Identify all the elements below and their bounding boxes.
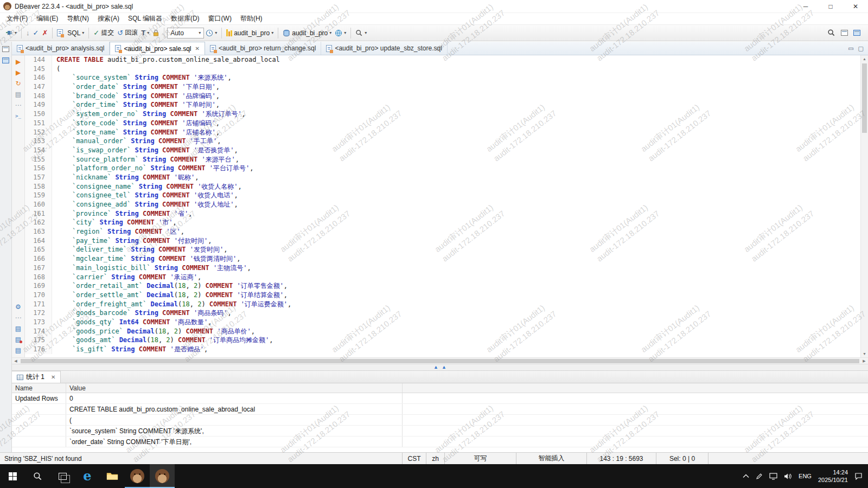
toolbar-search-button[interactable]: ▾ [354, 28, 368, 38]
code-line[interactable]: 171 `order_freight_amt` Decimal(18, 2) C… [25, 300, 860, 309]
sync-check-icon[interactable]: ✓ [31, 28, 41, 37]
code-line[interactable]: 145( [25, 65, 860, 74]
menu-item[interactable]: 搜索(A) [93, 13, 124, 24]
sql-editor-button[interactable]: SQL ▾ [55, 28, 86, 38]
sash-up-icon[interactable]: ▲ [442, 365, 446, 370]
new-connection-button[interactable]: ▾ [3, 28, 18, 38]
code-line[interactable]: 150 `system_order_no` String COMMENT '系统… [25, 110, 860, 119]
result-row[interactable]: `order_date` String COMMENT '下单日期', [12, 436, 868, 447]
restore-panel-icon[interactable] [2, 46, 9, 52]
doc-edit-icon[interactable]: ▤ [15, 347, 21, 354]
doc-alert-icon[interactable]: ▤ [15, 336, 21, 343]
code-line[interactable]: 147 `order_date` String COMMENT '下单日期', [25, 82, 860, 92]
code-line[interactable]: 149 `order_time` String COMMENT '下单时间', [25, 100, 860, 110]
menu-item[interactable]: 窗口(W) [204, 13, 236, 24]
column-header-name[interactable]: Name [12, 383, 66, 393]
code-line[interactable]: 176 `is_gift` String COMMENT '是否赠品', [25, 345, 860, 354]
code-line[interactable]: 172 `goods_barcode` String COMMENT '商品条码… [25, 309, 860, 318]
code-line[interactable]: 175 `goods_amt` Decimal(18, 2) COMMENT '… [25, 336, 860, 345]
re-execute-icon[interactable]: ↻ [15, 80, 21, 87]
commit-button[interactable]: ✓ 提交 [92, 27, 116, 38]
code-line[interactable]: 174 `goods_price` Decimal(18, 2) COMMENT… [25, 327, 860, 336]
result-row[interactable]: `source_system` String COMMENT '来源系统', [12, 426, 868, 436]
code-line[interactable]: 156 `platform_order_no` String COMMENT '… [25, 164, 860, 173]
perspective-icon[interactable] [853, 30, 860, 36]
dbeaver-taskbar-button[interactable] [125, 464, 150, 488]
language-indicator[interactable]: ENG [799, 473, 812, 479]
edge-button[interactable]: e [75, 464, 100, 488]
transaction-mode-button[interactable]: T ▾ [139, 28, 151, 37]
code-line[interactable]: 167 `main_logistic_bill` String COMMENT … [25, 264, 860, 273]
code-line[interactable]: 170 `order_settle_amt` Decimal(18, 2) CO… [25, 291, 860, 300]
code-line[interactable]: 155 `source_platform` String COMMENT '来源… [25, 155, 860, 164]
code-line[interactable]: 169 `order_retail_amt` Decimal(18, 2) CO… [25, 281, 860, 291]
cancel-x-icon[interactable]: ✗ [40, 28, 49, 37]
code-line[interactable]: 157 `nickname` String COMMENT '昵称', [25, 173, 860, 182]
schema-selector[interactable]: audit_bi_pro ▾ [281, 28, 333, 38]
action-center-button[interactable] [854, 472, 863, 480]
taskbar-clock[interactable]: 14:24 2025/10/21 [818, 468, 848, 484]
output-doc-icon[interactable]: ▤ [15, 325, 21, 332]
menu-item[interactable]: SQL 编辑器 [124, 13, 167, 24]
result-row[interactable]: ( [12, 415, 868, 426]
code-line[interactable]: 163 `region` String COMMENT '区', [25, 227, 860, 236]
fetch-arrow-icon[interactable]: ↓ [24, 28, 31, 37]
lock-button[interactable] [151, 28, 161, 37]
tray-network-button[interactable] [769, 473, 777, 480]
tray-pen-button[interactable] [756, 473, 763, 480]
editor-tab[interactable]: <audit_bi_pro> sale.sql✕ [110, 42, 205, 55]
sash-up-icon[interactable]: ▲ [433, 365, 438, 370]
code-line[interactable]: 144CREATE TABLE audit_bi_pro.custom_onli… [25, 55, 860, 65]
menu-item[interactable]: 帮助(H) [236, 13, 267, 24]
scroll-up-icon[interactable]: ▲ [861, 55, 868, 62]
start-button[interactable] [0, 464, 25, 488]
vscroll-thumb[interactable] [862, 63, 867, 133]
hscroll-thumb[interactable] [21, 359, 859, 363]
code-line[interactable]: 160 `consignee_add` String COMMENT '收货人地… [25, 200, 860, 209]
maximize-button[interactable]: □ [818, 0, 843, 12]
horizontal-scrollbar[interactable]: ◀ ▶ [12, 357, 868, 364]
menu-item[interactable]: 数据库(D) [167, 13, 204, 24]
explain-plan-icon[interactable]: ▤ [15, 91, 21, 98]
code-line[interactable]: 146 `source_system` String COMMENT '来源系统… [25, 73, 860, 82]
file-explorer-button[interactable] [100, 464, 125, 488]
autocommit-select[interactable]: Auto ▾ [167, 28, 204, 38]
code-line[interactable]: 166 `mgclear_time` String COMMENT '钱货两清时… [25, 254, 860, 264]
column-header-value[interactable]: Value [66, 383, 403, 393]
code-line[interactable]: 164 `pay_time` String COMMENT '付款时间', [25, 236, 860, 246]
more-dots-icon[interactable]: ⋯ [15, 102, 22, 109]
execute-script-icon[interactable]: ▶ [16, 69, 21, 76]
sql-editor[interactable]: 144CREATE TABLE audit_bi_pro.custom_onli… [25, 55, 860, 357]
editor-tab[interactable]: <audit_bi_pro> return_change.sql [205, 42, 321, 55]
scroll-left-icon[interactable]: ◀ [12, 359, 20, 363]
open-perspective-icon[interactable] [841, 30, 848, 36]
menu-item[interactable]: 编辑(E) [32, 13, 62, 24]
results-tab-stats[interactable]: 统计 1 ✕ [12, 371, 61, 383]
close-tab-icon[interactable]: ✕ [195, 46, 200, 52]
navigator-sync-button[interactable]: ▾ [333, 28, 348, 38]
more-dots-icon[interactable]: ⋯ [15, 314, 22, 322]
task-view-button[interactable] [50, 464, 75, 488]
gear-icon[interactable]: ⚙ [15, 304, 21, 311]
code-line[interactable]: 159 `consignee_tel` String COMMENT '收货人电… [25, 191, 860, 200]
menu-item[interactable]: 导航(N) [62, 13, 93, 24]
code-line[interactable]: 161 `province` String COMMENT '省', [25, 209, 860, 219]
minimize-button[interactable]: ─ [793, 0, 818, 12]
terminal-icon[interactable]: >_ [15, 113, 21, 120]
transaction-log-button[interactable]: ▾ [204, 28, 219, 38]
panel-sash[interactable]: ▲ ▲ [12, 364, 868, 371]
quick-search-icon[interactable] [827, 29, 835, 37]
scroll-right-icon[interactable]: ▶ [860, 359, 868, 363]
taskbar-search-button[interactable] [25, 464, 50, 488]
close-results-tab-icon[interactable]: ✕ [51, 374, 55, 380]
code-line[interactable]: 162 `city` String COMMENT '市', [25, 218, 860, 227]
rollback-button[interactable]: ↺ 回滚 [116, 27, 139, 38]
code-line[interactable]: 153 `manual_order` String COMMENT '手工单', [25, 137, 860, 146]
minimize-view-icon[interactable]: ▭ [848, 45, 853, 52]
code-line[interactable]: 151 `store_code` String COMMENT '店铺编码', [25, 119, 860, 128]
vertical-scrollbar[interactable]: ▲ ▼ [860, 55, 868, 357]
editor-tab[interactable]: <audit_bi_pro> analysis.sql [12, 42, 110, 55]
code-line[interactable]: 165 `deliver_time` String COMMENT '发货时间'… [25, 245, 860, 254]
code-line[interactable]: 158 `consignee_name` String COMMENT '收货人… [25, 182, 860, 191]
code-line[interactable]: 173 `goods_qty` Int64 COMMENT '商品数量', [25, 318, 860, 327]
